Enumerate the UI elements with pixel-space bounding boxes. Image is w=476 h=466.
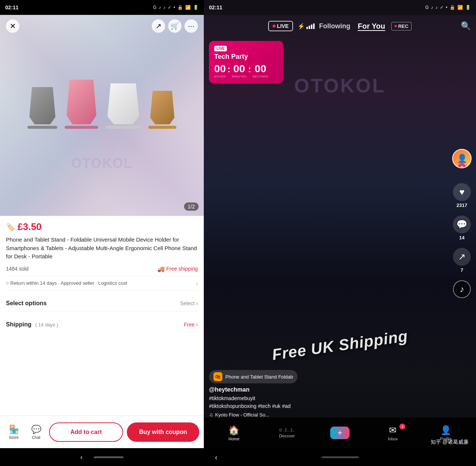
tiktok-panel: OTOKOL 02:11 G ♪ ♪ ✓ • 🔒 📶 🔋 LIVE ⚡ Foll… (204, 0, 476, 466)
nav-pill-right (322, 456, 359, 458)
tiktok-icon-2: ♪ (163, 5, 165, 10)
share-button[interactable]: ↗ 7 (453, 248, 471, 273)
shop-icon: 🛍 (213, 372, 222, 381)
profile-icon: 👤 (440, 425, 451, 435)
product-stands (28, 80, 176, 151)
cart-button[interactable]: 🛒 (168, 19, 181, 33)
discover-label: Discover (279, 434, 295, 438)
product-chip[interactable]: 🛍 Phone and Tablet Stand Foldab (209, 370, 298, 383)
return-row[interactable]: ○ Return within 14 days · Approved selle… (6, 276, 198, 290)
product-info: 🏷️ £3.50 Phone and Tablet Stand - Foldab… (0, 216, 204, 415)
select-options-label: Select options (6, 300, 46, 307)
live-label: LIVE (277, 23, 289, 29)
more-button[interactable]: ⋯ (184, 19, 198, 33)
tp-hours-block: 00 HOURS (214, 64, 226, 78)
product-title: Phone and Tablet Stand - Foldable Univer… (6, 236, 198, 261)
wifi-icon: 📶 (185, 5, 191, 10)
add-to-cart-button[interactable]: Add to cart (49, 422, 123, 442)
home-nav-item[interactable]: 🏠 Home (223, 425, 245, 441)
right-action-icons: 👤 + ♥ 2317 💬 14 ↗ 7 ♪ (452, 149, 472, 298)
tiktok-logo-button[interactable]: ♪ (453, 280, 471, 298)
zhihu-watermark: 知乎 @诸葛威廉 (431, 439, 469, 446)
shipping-row[interactable]: Shipping ( 14 days ) Free › (6, 317, 198, 332)
share-button[interactable]: ↗ (152, 19, 165, 33)
shipping-days: ( 14 days ) (35, 322, 58, 328)
hashtag-1[interactable]: #tiktokmademebuyit (209, 395, 255, 401)
status-icons-left: G ♪ ♪ ✓ • 🔒 📶 🔋 (153, 5, 199, 10)
status-bar-left: 02:11 G ♪ ♪ ✓ • 🔒 📶 🔋 (0, 0, 204, 15)
tp-hours-label: HOURS (214, 75, 226, 78)
comment-icon: 💬 (453, 216, 471, 233)
music-text[interactable]: Kyoto Flow - Official So... (215, 412, 270, 418)
tiktok-header: LIVE ⚡ Following For You REC 🔍 (204, 15, 476, 37)
hashtags: #tiktokmademebuyit #tiktokshopunboxing #… (209, 395, 446, 410)
inbox-nav-item[interactable]: ✉ 1 Inbox (382, 425, 404, 441)
tech-party-card[interactable]: LIVE Tech Party 00 HOURS : 00 MINUTES : … (209, 41, 283, 83)
signal-bar-2 (309, 26, 310, 29)
nav-pill-left (94, 456, 123, 458)
stand-gray-body (29, 87, 55, 124)
following-tab[interactable]: Following (319, 22, 350, 30)
tp-title: Tech Party (214, 53, 278, 61)
store-label: Store (9, 435, 19, 440)
system-nav-right: ‹ ‹ (204, 448, 476, 466)
select-options-row[interactable]: Select options Select › (6, 296, 198, 312)
lightning-icon: ⚡ (298, 23, 305, 30)
search-icon[interactable]: 🔍 (461, 21, 471, 31)
home-label: Home (229, 437, 239, 441)
return-arrow-icon: › (196, 280, 198, 286)
chat-button[interactable]: 💬 Chat (27, 425, 45, 440)
store-button[interactable]: 🏪 Store (4, 425, 23, 440)
signal-bar-3 (311, 25, 312, 29)
select-right[interactable]: Select › (180, 300, 198, 306)
stand-gold (148, 91, 176, 129)
shipping-label: Shipping ( 14 days ) (6, 321, 58, 328)
tp-timer: 00 HOURS : 00 MINUTES : 00 SECONDS (214, 64, 278, 78)
discover-nav-item[interactable]: ⊙ .2...1.. Discover (276, 428, 298, 438)
close-button[interactable]: ✕ (6, 19, 19, 33)
time-left: 02:11 (5, 4, 19, 10)
status-icons-right: G ♪ ♪ ✓ • 🔒 📶 🔋 (425, 5, 471, 10)
product-chip-text: Phone and Tablet Stand Foldab (225, 374, 293, 380)
inbox-badge: 1 (399, 424, 405, 430)
back-chevron-icon[interactable]: ‹ (80, 453, 83, 461)
product-detail-panel: 02:11 G ♪ ♪ ✓ • 🔒 📶 🔋 ✕ ↗ 🛒 ⋯ (0, 0, 204, 466)
for-you-tab[interactable]: For You (358, 22, 385, 31)
avatar[interactable]: 👤 + (452, 149, 472, 168)
google-icon: G (153, 5, 156, 10)
like-button[interactable]: ♥ 2317 (453, 183, 471, 208)
stand-white-base (106, 126, 141, 129)
stand-pink-base (65, 126, 98, 129)
status-bar-right: 02:11 G ♪ ♪ ✓ • 🔒 📶 🔋 (204, 0, 476, 15)
rec-badge: REC (391, 22, 412, 31)
wifi-r: 📶 (457, 5, 463, 10)
product-image-area: ✕ ↗ 🛒 ⋯ (0, 15, 204, 216)
follow-plus-button[interactable]: + (458, 163, 466, 168)
price-row: 🏷️ £3.50 (6, 221, 198, 233)
signal-bar-4 (313, 23, 315, 29)
add-nav-item[interactable]: + (329, 427, 351, 439)
music-row: ♫ Kyoto Flow - Official So... (209, 412, 446, 418)
username[interactable]: @heytechman (209, 386, 446, 393)
add-button[interactable]: + (330, 427, 350, 439)
price-tag-icon: 🏷️ (6, 223, 15, 232)
check-r: ✓ (440, 5, 444, 10)
tp-seconds-label: SECONDS (253, 75, 268, 78)
watermark-left: OTOKOL (71, 156, 132, 171)
back-chevron-right-icon[interactable]: ‹ (215, 453, 218, 462)
shares-count: 7 (460, 267, 463, 273)
stand-white (106, 83, 141, 129)
select-placeholder: Select (180, 300, 194, 306)
tp-seconds-block: 00 SECONDS (253, 64, 268, 78)
hashtag-2[interactable]: #tiktokshopunboxing #tech #uk #ad (209, 403, 291, 409)
tiktok-r2: ♪ (435, 5, 438, 10)
comments-button[interactable]: 💬 14 (453, 216, 471, 240)
chevron-right-shipping-icon: › (196, 322, 198, 328)
buy-with-coupon-button[interactable]: Buy with coupon (127, 422, 199, 442)
home-icon: 🏠 (228, 425, 239, 435)
tp-seconds: 00 (255, 64, 266, 74)
live-button[interactable]: LIVE (268, 21, 293, 31)
shipping-free: Free › (184, 322, 198, 328)
tp-minutes-label: MINUTES (232, 75, 247, 78)
free-uk-shipping-overlay: Free UK Shipping (222, 336, 457, 354)
